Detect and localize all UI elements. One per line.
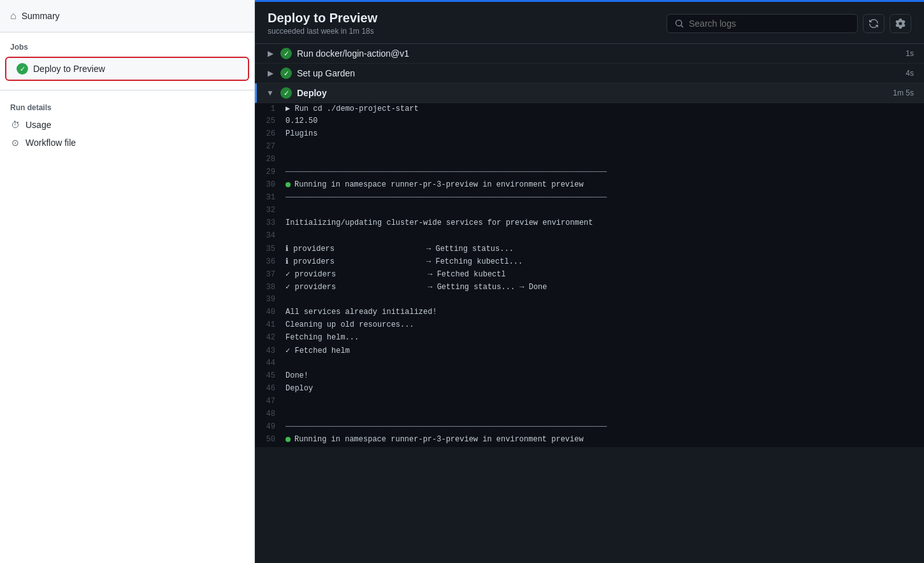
log-line[interactable]: 29 ─────────────────────────────────────… xyxy=(255,167,924,180)
line-number: 25 xyxy=(255,117,285,125)
line-number: 26 xyxy=(255,129,285,138)
line-content: ℹ providers → Getting status... xyxy=(285,244,526,253)
line-content xyxy=(285,206,303,215)
run-details-label: Run details xyxy=(0,98,254,116)
line-number: 43 xyxy=(255,346,285,355)
line-number: 49 xyxy=(255,422,285,431)
line-number: 45 xyxy=(255,371,285,380)
sidebar-summary[interactable]: ⌂ Summary xyxy=(0,0,254,32)
line-number: 1 xyxy=(255,104,285,113)
log-line[interactable]: 25 0.12.50 xyxy=(255,116,924,129)
line-content: ────────────────────────────────────────… xyxy=(285,167,619,176)
log-block: 1 ▶ Run cd ./demo-project-start 25 0.12.… xyxy=(255,103,924,447)
step-time: 4s xyxy=(906,69,914,78)
line-content: Deploy xyxy=(285,384,326,393)
usage-item[interactable]: ⏱ Usage xyxy=(0,116,254,134)
log-line-namespace[interactable]: 50 Running in namespace runner-pr-3-prev… xyxy=(255,434,924,447)
line-content: ✓ providers → Getting status... → Done xyxy=(285,282,560,292)
chevron-right-icon: ▶ xyxy=(265,49,275,58)
line-content xyxy=(285,142,303,151)
step-success-icon: ✓ xyxy=(280,68,292,79)
line-number: 41 xyxy=(255,320,285,329)
log-line[interactable]: 42 Fetching helm... xyxy=(255,332,924,345)
log-line[interactable]: 43 ✓ Fetched helm xyxy=(255,345,924,358)
log-line[interactable]: 47 xyxy=(255,396,924,409)
chevron-right-icon: ▶ xyxy=(265,69,275,78)
log-line[interactable]: 28 xyxy=(255,154,924,167)
refresh-button[interactable] xyxy=(863,14,884,33)
log-line[interactable]: 48 xyxy=(255,409,924,422)
line-number: 47 xyxy=(255,397,285,406)
file-icon: ⊙ xyxy=(10,138,20,148)
jobs-section: Jobs ✓ Deploy to Preview xyxy=(0,32,254,85)
header: Deploy to Preview succeeded last week in… xyxy=(255,2,924,44)
jobs-section-label: Jobs xyxy=(0,35,254,55)
line-number: 48 xyxy=(255,410,285,418)
step-success-icon: ✓ xyxy=(280,48,292,59)
log-line[interactable]: 1 ▶ Run cd ./demo-project-start xyxy=(255,103,924,116)
log-line[interactable]: 31 ─────────────────────────────────────… xyxy=(255,192,924,205)
line-content: ✓ providers → Fetched kubectl xyxy=(285,269,519,279)
workflow-file-label: Workflow file xyxy=(25,138,76,148)
header-subtitle: succeeded last week in 1m 18s xyxy=(268,27,377,36)
header-left: Deploy to Preview succeeded last week in… xyxy=(268,11,377,36)
clock-icon: ⏱ xyxy=(10,120,20,130)
log-line[interactable]: 37 ✓ providers → Fetched kubectl xyxy=(255,269,924,282)
log-line[interactable]: 49 ─────────────────────────────────────… xyxy=(255,422,924,434)
line-number: 33 xyxy=(255,218,285,227)
step-row-deploy[interactable]: ▼ ✓ Deploy 1m 5s xyxy=(255,83,924,103)
line-content: Plugins xyxy=(285,129,330,138)
log-line[interactable]: 34 xyxy=(255,231,924,243)
line-content: ────────────────────────────────────────… xyxy=(285,422,619,431)
line-content: Cleaning up old resources... xyxy=(285,320,427,329)
line-number: 30 xyxy=(255,180,285,189)
line-number: 42 xyxy=(255,333,285,342)
log-line[interactable]: 45 Done! xyxy=(255,371,924,383)
log-area[interactable]: ▶ ✓ Run docker/login-action@v1 1s ▶ ✓ Se… xyxy=(255,44,924,563)
workflow-file-item[interactable]: ⊙ Workflow file xyxy=(0,134,254,152)
log-line[interactable]: 41 Cleaning up old resources... xyxy=(255,320,924,332)
line-content: ✓ Fetched helm xyxy=(285,346,363,355)
step-name: Deploy xyxy=(297,88,888,98)
log-line[interactable]: 36 ℹ providers → Fetching kubectl... xyxy=(255,256,924,269)
line-content: Running in namespace runner-pr-3-preview… xyxy=(285,180,596,189)
search-icon xyxy=(675,19,684,28)
log-line[interactable]: 27 xyxy=(255,141,924,154)
settings-button[interactable] xyxy=(890,14,911,33)
log-line[interactable]: 39 xyxy=(255,294,924,307)
line-number: 29 xyxy=(255,167,285,176)
step-row-set-up-garden[interactable]: ▶ ✓ Set up Garden 4s xyxy=(255,64,924,83)
log-line-namespace[interactable]: 30 Running in namespace runner-pr-3-prev… xyxy=(255,180,924,192)
log-line[interactable]: 40 All services already initialized! xyxy=(255,307,924,320)
log-line[interactable]: 35 ℹ providers → Getting status... xyxy=(255,243,924,256)
dot-teal xyxy=(285,182,291,187)
line-number: 40 xyxy=(255,308,285,317)
line-number: 39 xyxy=(255,295,285,304)
job-item-deploy-to-preview[interactable]: ✓ Deploy to Preview xyxy=(5,57,249,81)
job-item-label: Deploy to Preview xyxy=(33,64,105,74)
header-right xyxy=(667,14,911,33)
line-content: 0.12.50 xyxy=(285,117,330,125)
log-line[interactable]: 32 xyxy=(255,205,924,218)
line-content: ℹ providers → Fetching kubectl... xyxy=(285,257,535,266)
log-line[interactable]: 38 ✓ providers → Getting status... → Don… xyxy=(255,282,924,294)
line-content xyxy=(285,231,303,240)
line-number: 27 xyxy=(255,142,285,151)
step-success-icon: ✓ xyxy=(280,87,292,99)
step-name: Run docker/login-action@v1 xyxy=(297,48,900,59)
line-content xyxy=(285,359,303,367)
log-line[interactable]: 44 xyxy=(255,358,924,371)
step-name: Set up Garden xyxy=(297,68,900,78)
log-line[interactable]: 46 Deploy xyxy=(255,383,924,396)
log-line[interactable]: 26 Plugins xyxy=(255,129,924,141)
main-content: Deploy to Preview succeeded last week in… xyxy=(255,0,924,563)
search-box[interactable] xyxy=(667,14,858,33)
page-title: Deploy to Preview xyxy=(268,11,377,25)
step-time: 1m 5s xyxy=(893,89,914,97)
search-input[interactable] xyxy=(689,18,849,29)
line-content xyxy=(285,397,303,406)
line-number: 38 xyxy=(255,283,285,292)
log-line[interactable]: 33 Initializing/updating cluster-wide se… xyxy=(255,218,924,231)
step-row-docker-login[interactable]: ▶ ✓ Run docker/login-action@v1 1s xyxy=(255,44,924,64)
line-content: Running in namespace runner-pr-3-preview… xyxy=(285,435,596,444)
